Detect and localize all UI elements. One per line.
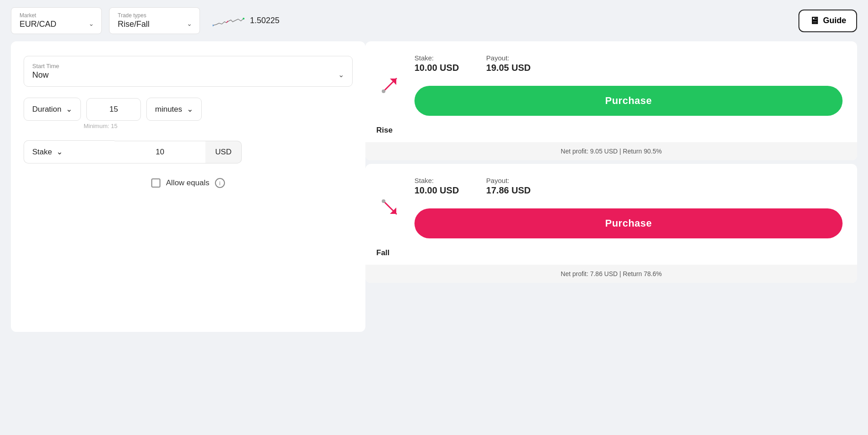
- rise-purchase-button[interactable]: Purchase: [414, 86, 843, 116]
- rise-direction-icon: [376, 71, 404, 99]
- main-content: Start Time Now ⌄ Duration ⌄ minutes ⌄: [0, 41, 868, 332]
- fall-card: Stake: 10.00 USD Payout: 17.86 USD Purch…: [365, 164, 857, 283]
- rise-direction-label: Rise: [376, 126, 393, 135]
- rise-payout-value: 19.05 USD: [486, 63, 531, 73]
- rise-card: Stake: 10.00 USD Payout: 19.05 USD Purch…: [365, 41, 857, 160]
- duration-unit-chevron-icon: ⌄: [187, 104, 193, 114]
- left-panel: Start Time Now ⌄ Duration ⌄ minutes ⌄: [11, 41, 365, 332]
- stake-select[interactable]: Stake ⌄: [24, 140, 115, 163]
- fall-payout-item: Payout: 17.86 USD: [486, 177, 531, 196]
- rise-payout-item: Payout: 19.05 USD: [486, 54, 531, 73]
- rise-stake-payout-row: Stake: 10.00 USD Payout: 19.05 USD: [414, 54, 843, 73]
- start-time-field[interactable]: Start Time Now ⌄: [24, 56, 353, 87]
- fall-payout-label: Payout:: [486, 177, 531, 184]
- mini-chart: [213, 12, 244, 30]
- svg-point-5: [382, 89, 385, 93]
- fall-purchase-button[interactable]: Purchase: [414, 208, 843, 238]
- allow-equals-row: Allow equals i: [24, 178, 353, 188]
- stake-value-input[interactable]: [115, 141, 205, 163]
- info-icon[interactable]: i: [215, 178, 225, 188]
- right-panel: Stake: 10.00 USD Payout: 19.05 USD Purch…: [365, 41, 857, 332]
- fall-payout-value: 17.86 USD: [486, 185, 531, 196]
- fall-direction-label: Fall: [376, 248, 389, 257]
- rise-purchase-area: Stake: 10.00 USD Payout: 19.05 USD Purch…: [414, 54, 843, 116]
- stake-chevron-icon: ⌄: [56, 147, 63, 157]
- rise-card-main: Stake: 10.00 USD Payout: 19.05 USD Purch…: [365, 41, 857, 125]
- rise-stake-value: 10.00 USD: [414, 63, 459, 73]
- start-time-label: Start Time: [32, 63, 344, 69]
- duration-chevron-icon: ⌄: [66, 104, 72, 114]
- allow-equals-checkbox[interactable]: [151, 178, 160, 188]
- fall-purchase-area: Stake: 10.00 USD Payout: 17.86 USD Purch…: [414, 177, 843, 238]
- duration-type-select[interactable]: Duration ⌄: [24, 98, 81, 121]
- fall-direction-icon: [376, 194, 404, 221]
- market-label: Market: [20, 12, 93, 19]
- rise-stake-label: Stake:: [414, 54, 459, 62]
- fall-net-profit: Net profit: 7.86 USD | Return 78.6%: [365, 265, 857, 283]
- svg-point-8: [382, 199, 385, 203]
- duration-label: Duration: [32, 105, 61, 114]
- fall-stake-item: Stake: 10.00 USD: [414, 177, 459, 196]
- duration-row: Duration ⌄ minutes ⌄ Minimum: 15: [24, 98, 353, 129]
- rise-purchase-label: Purchase: [605, 95, 652, 106]
- rise-arrow-icon: [377, 72, 403, 98]
- svg-point-1: [243, 18, 244, 20]
- stake-label: Stake: [32, 148, 52, 157]
- duration-unit-value: minutes: [155, 105, 182, 114]
- duration-unit-select[interactable]: minutes ⌄: [146, 98, 202, 121]
- allow-equals-label: Allow equals: [166, 178, 209, 188]
- guide-button[interactable]: 🖥 Guide: [798, 10, 857, 32]
- top-bar: Market EUR/CAD ⌄ Trade types Rise/Fall ⌄…: [0, 0, 868, 41]
- market-value: EUR/CAD: [20, 20, 93, 29]
- trade-type-chevron-icon: ⌄: [187, 20, 192, 27]
- rise-payout-label: Payout:: [486, 54, 531, 62]
- fall-stake-value: 10.00 USD: [414, 185, 459, 196]
- fall-arrow-icon: [377, 195, 403, 220]
- stake-row: Stake ⌄ USD: [24, 140, 353, 163]
- market-chevron-icon: ⌄: [89, 20, 94, 27]
- monitor-icon: 🖥: [809, 15, 819, 27]
- svg-point-0: [213, 25, 214, 26]
- fall-purchase-label: Purchase: [605, 218, 652, 229]
- rise-net-profit: Net profit: 9.05 USD | Return 90.5%: [365, 142, 857, 160]
- guide-label: Guide: [823, 16, 846, 25]
- price-widget: 1.50225: [213, 12, 279, 30]
- price-value: 1.50225: [250, 16, 279, 25]
- trade-types-label: Trade types: [118, 12, 191, 19]
- minimum-hint: Minimum: 15: [84, 123, 117, 129]
- fall-stake-label: Stake:: [414, 177, 459, 184]
- trade-types-value: Rise/Fall: [118, 20, 191, 29]
- stake-currency: USD: [205, 141, 242, 163]
- fall-card-main: Stake: 10.00 USD Payout: 17.86 USD Purch…: [365, 164, 857, 247]
- start-time-chevron-icon: ⌄: [338, 70, 344, 79]
- start-time-value: Now: [32, 70, 344, 80]
- fall-stake-payout-row: Stake: 10.00 USD Payout: 17.86 USD: [414, 177, 843, 196]
- duration-value-input[interactable]: [86, 98, 141, 121]
- market-dropdown[interactable]: Market EUR/CAD ⌄: [11, 7, 102, 34]
- duration-inputs: Duration ⌄ minutes ⌄: [24, 98, 202, 121]
- trade-type-dropdown[interactable]: Trade types Rise/Fall ⌄: [109, 7, 200, 34]
- rise-stake-item: Stake: 10.00 USD: [414, 54, 459, 73]
- form-section: Start Time Now ⌄ Duration ⌄ minutes ⌄: [24, 56, 353, 188]
